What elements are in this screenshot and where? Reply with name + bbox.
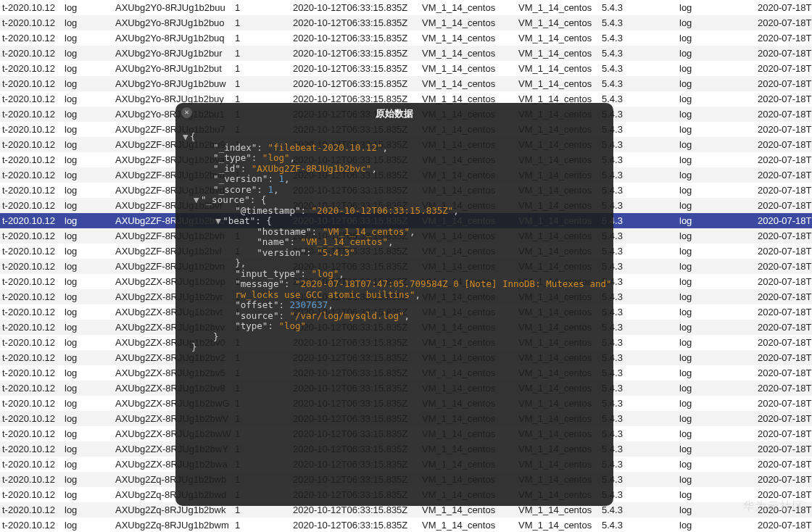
- cell: t-2020.10.12: [0, 350, 62, 365]
- cell: VM_1_14_centos: [516, 46, 600, 61]
- cell: log: [62, 61, 113, 76]
- cell: log: [62, 304, 113, 320]
- cell: 2020-07-18T: [755, 46, 812, 61]
- cell: log: [62, 46, 113, 61]
- cell: log: [677, 365, 755, 381]
- cell: t-2020.10.12: [0, 122, 62, 137]
- cell: log: [62, 518, 113, 532]
- cell: 1: [233, 30, 291, 46]
- cell: t-2020.10.12: [0, 289, 62, 304]
- cell: t-2020.10.12: [0, 183, 62, 198]
- cell: 2020-10-12T06:33:15.835Z: [291, 15, 420, 30]
- cell: log: [62, 198, 113, 213]
- table-row[interactable]: t-2020.10.12logAXUbg2Yo-8RJUg1b2buo12020…: [0, 15, 812, 30]
- cell: log: [62, 441, 113, 457]
- cell: 1: [233, 518, 291, 532]
- cell: 5.4.3: [600, 30, 677, 46]
- table-row[interactable]: t-2020.10.12logAXUbg2Yo-8RJUg1b2buq12020…: [0, 30, 812, 46]
- cell: t-2020.10.12: [0, 396, 62, 411]
- cell: 2020-07-18T: [755, 472, 812, 487]
- cell: 2020-07-18T: [755, 411, 812, 426]
- cell: log: [677, 457, 755, 472]
- cell: t-2020.10.12: [0, 274, 62, 289]
- cell: VM_1_14_centos: [420, 61, 516, 76]
- cell: VM_1_14_centos: [420, 46, 516, 61]
- cell: AXUbg2Y0-8RJUg1b2buu: [113, 0, 233, 15]
- cell: log: [677, 274, 755, 289]
- cell: 2020-10-12T06:33:15.835Z: [291, 76, 420, 91]
- cell: t-2020.10.12: [0, 167, 62, 183]
- cell: t-2020.10.12: [0, 304, 62, 320]
- cell: log: [677, 472, 755, 487]
- cell: 2020-07-18T: [755, 259, 812, 274]
- cell: 2020-07-18T: [755, 457, 812, 472]
- table-row[interactable]: t-2020.10.12logAXUbg2Zq-8RJUg1b2bwm12020…: [0, 518, 812, 532]
- cell: VM_1_14_centos: [420, 76, 516, 91]
- cell: t-2020.10.12: [0, 518, 62, 532]
- table-row[interactable]: t-2020.10.12logAXUbg2Yo-8RJUg1b2buw12020…: [0, 76, 812, 91]
- cell: 2020-07-18T: [755, 304, 812, 320]
- cell: log: [677, 244, 755, 259]
- cell: log: [62, 213, 113, 228]
- cell: log: [677, 107, 755, 122]
- cell: 1: [233, 0, 291, 15]
- cell: log: [62, 15, 113, 30]
- cell: 2020-07-18T: [755, 365, 812, 381]
- cell: log: [677, 381, 755, 396]
- cell: VM_1_14_centos: [420, 15, 516, 30]
- cell: log: [677, 61, 755, 76]
- cell: log: [677, 183, 755, 198]
- cell: log: [62, 107, 113, 122]
- cell: VM_1_14_centos: [516, 76, 600, 91]
- cell: VM_1_14_centos: [420, 30, 516, 46]
- cell: 5.4.3: [600, 76, 677, 91]
- cell: log: [62, 502, 113, 518]
- cell: 1: [233, 15, 291, 30]
- cell: t-2020.10.12: [0, 320, 62, 335]
- cell: 2020-07-18T: [755, 137, 812, 152]
- cell: 2020-07-18T: [755, 152, 812, 167]
- cell: 2020-07-18T: [755, 274, 812, 289]
- json-viewer[interactable]: ▼{ "_index": "filebeat-2020.10.12", "_ty…: [191, 132, 605, 353]
- cell: t-2020.10.12: [0, 335, 62, 350]
- table-row[interactable]: t-2020.10.12logAXUbg2Y0-8RJUg1b2buu12020…: [0, 0, 812, 15]
- cell: 2020-07-18T: [755, 289, 812, 304]
- cell: log: [677, 304, 755, 320]
- cell: t-2020.10.12: [0, 61, 62, 76]
- cell: log: [62, 259, 113, 274]
- cell: AXUbg2Yo-8RJUg1b2but: [113, 61, 233, 76]
- cell: t-2020.10.12: [0, 259, 62, 274]
- cell: t-2020.10.12: [0, 30, 62, 46]
- cell: log: [677, 122, 755, 137]
- cell: 2020-07-18T: [755, 213, 812, 228]
- cell: log: [677, 518, 755, 532]
- cell: 2020-10-12T06:33:15.835Z: [291, 518, 420, 532]
- cell: t-2020.10.12: [0, 426, 62, 441]
- cell: VM_1_14_centos: [420, 518, 516, 532]
- cell: 1: [233, 76, 291, 91]
- cell: 2020-07-18T: [755, 15, 812, 30]
- cell: 2020-07-18T: [755, 518, 812, 532]
- cell: log: [677, 198, 755, 213]
- cell: log: [62, 167, 113, 183]
- table-row[interactable]: t-2020.10.12logAXUbg2Yo-8RJUg1b2bur12020…: [0, 46, 812, 61]
- cell: VM_1_14_centos: [516, 0, 600, 15]
- cell: 5.4.3: [600, 61, 677, 76]
- cell: log: [62, 411, 113, 426]
- cell: 2020-07-18T: [755, 426, 812, 441]
- cell: t-2020.10.12: [0, 457, 62, 472]
- cell: log: [62, 487, 113, 502]
- cell: VM_1_14_centos: [516, 30, 600, 46]
- cell: t-2020.10.12: [0, 502, 62, 518]
- cell: log: [677, 320, 755, 335]
- cell: log: [62, 381, 113, 396]
- cell: 2020-07-18T: [755, 487, 812, 502]
- cell: 5.4.3: [600, 15, 677, 30]
- cell: log: [62, 274, 113, 289]
- cell: 1: [233, 46, 291, 61]
- table-row[interactable]: t-2020.10.12logAXUbg2Yo-8RJUg1b2but12020…: [0, 61, 812, 76]
- cell: log: [62, 30, 113, 46]
- cell: t-2020.10.12: [0, 15, 62, 30]
- cell: log: [677, 289, 755, 304]
- cell: t-2020.10.12: [0, 441, 62, 457]
